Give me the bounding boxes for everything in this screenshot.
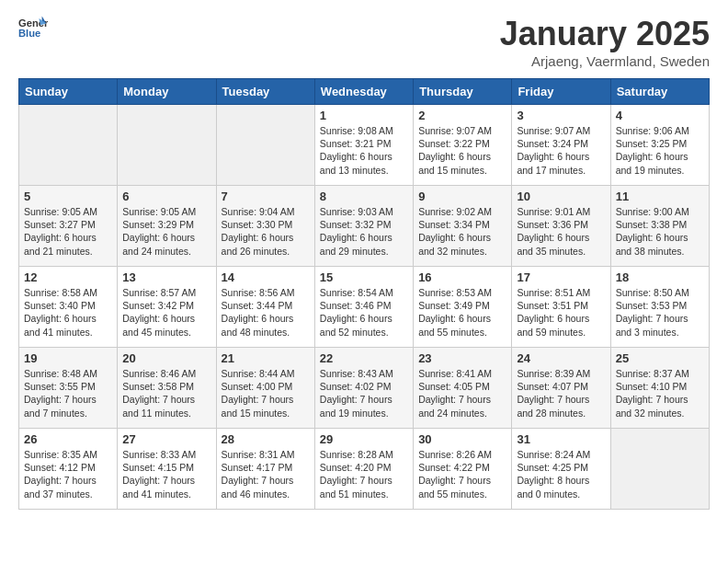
calendar-week-row: 26Sunrise: 8:35 AM Sunset: 4:12 PM Dayli… bbox=[19, 429, 710, 510]
day-info: Sunrise: 8:51 AM Sunset: 3:51 PM Dayligh… bbox=[517, 286, 605, 339]
day-number: 8 bbox=[320, 190, 408, 203]
header-monday: Monday bbox=[118, 79, 216, 105]
header-thursday: Thursday bbox=[414, 79, 512, 105]
table-row: 12Sunrise: 8:58 AM Sunset: 3:40 PM Dayli… bbox=[19, 267, 118, 348]
table-row: 27Sunrise: 8:33 AM Sunset: 4:15 PM Dayli… bbox=[118, 429, 216, 510]
day-number: 17 bbox=[517, 270, 605, 284]
table-row: 26Sunrise: 8:35 AM Sunset: 4:12 PM Dayli… bbox=[19, 429, 118, 510]
day-number: 6 bbox=[122, 190, 210, 203]
day-info: Sunrise: 8:39 AM Sunset: 4:07 PM Dayligh… bbox=[517, 367, 605, 419]
day-info: Sunrise: 8:44 AM Sunset: 4:00 PM Dayligh… bbox=[222, 367, 310, 419]
day-info: Sunrise: 9:07 AM Sunset: 3:22 PM Dayligh… bbox=[418, 124, 506, 177]
day-info: Sunrise: 8:28 AM Sunset: 4:20 PM Dayligh… bbox=[320, 448, 408, 500]
day-info: Sunrise: 9:01 AM Sunset: 3:36 PM Dayligh… bbox=[517, 205, 605, 258]
table-row bbox=[610, 429, 709, 510]
day-number: 14 bbox=[222, 270, 310, 284]
table-row: 14Sunrise: 8:56 AM Sunset: 3:44 PM Dayli… bbox=[216, 267, 314, 348]
day-number: 25 bbox=[616, 351, 704, 365]
table-row bbox=[118, 105, 216, 186]
calendar-week-row: 12Sunrise: 8:58 AM Sunset: 3:40 PM Dayli… bbox=[19, 267, 710, 348]
day-number: 11 bbox=[616, 190, 704, 203]
header-saturday: Saturday bbox=[610, 79, 709, 105]
day-info: Sunrise: 9:07 AM Sunset: 3:24 PM Dayligh… bbox=[517, 124, 605, 177]
table-row: 20Sunrise: 8:46 AM Sunset: 3:58 PM Dayli… bbox=[118, 348, 216, 429]
header-wednesday: Wednesday bbox=[314, 79, 413, 105]
table-row: 22Sunrise: 8:43 AM Sunset: 4:02 PM Dayli… bbox=[314, 348, 413, 429]
day-info: Sunrise: 8:33 AM Sunset: 4:15 PM Dayligh… bbox=[122, 448, 210, 500]
calendar-header-row: Sunday Monday Tuesday Wednesday Thursday… bbox=[19, 79, 710, 105]
day-number: 12 bbox=[24, 270, 112, 284]
day-number: 16 bbox=[418, 270, 506, 284]
table-row: 30Sunrise: 8:26 AM Sunset: 4:22 PM Dayli… bbox=[414, 429, 512, 510]
day-info: Sunrise: 8:56 AM Sunset: 3:44 PM Dayligh… bbox=[222, 286, 310, 339]
calendar-title: January 2025 bbox=[500, 15, 710, 53]
day-info: Sunrise: 8:35 AM Sunset: 4:12 PM Dayligh… bbox=[24, 448, 112, 500]
day-number: 19 bbox=[24, 351, 112, 365]
day-info: Sunrise: 9:05 AM Sunset: 3:29 PM Dayligh… bbox=[122, 205, 210, 258]
calendar-table: Sunday Monday Tuesday Wednesday Thursday… bbox=[18, 78, 710, 510]
day-number: 13 bbox=[122, 270, 210, 284]
day-number: 5 bbox=[24, 190, 112, 203]
logo: General Blue bbox=[18, 15, 48, 44]
day-number: 27 bbox=[122, 432, 210, 446]
day-info: Sunrise: 9:02 AM Sunset: 3:34 PM Dayligh… bbox=[418, 205, 506, 258]
day-number: 4 bbox=[616, 109, 704, 122]
day-info: Sunrise: 8:26 AM Sunset: 4:22 PM Dayligh… bbox=[418, 448, 506, 500]
day-number: 23 bbox=[418, 351, 506, 365]
table-row: 1Sunrise: 9:08 AM Sunset: 3:21 PM Daylig… bbox=[314, 105, 413, 186]
day-info: Sunrise: 8:50 AM Sunset: 3:53 PM Dayligh… bbox=[616, 286, 704, 339]
day-info: Sunrise: 8:43 AM Sunset: 4:02 PM Dayligh… bbox=[320, 367, 408, 419]
header-tuesday: Tuesday bbox=[216, 79, 314, 105]
table-row: 23Sunrise: 8:41 AM Sunset: 4:05 PM Dayli… bbox=[414, 348, 512, 429]
table-row: 29Sunrise: 8:28 AM Sunset: 4:20 PM Dayli… bbox=[314, 429, 413, 510]
calendar-subtitle: Arjaeng, Vaermland, Sweden bbox=[500, 53, 710, 69]
title-block: January 2025 Arjaeng, Vaermland, Sweden bbox=[500, 15, 710, 69]
day-info: Sunrise: 8:41 AM Sunset: 4:05 PM Dayligh… bbox=[418, 367, 506, 419]
day-number: 3 bbox=[517, 109, 605, 122]
day-info: Sunrise: 9:08 AM Sunset: 3:21 PM Dayligh… bbox=[320, 124, 408, 177]
table-row: 28Sunrise: 8:31 AM Sunset: 4:17 PM Dayli… bbox=[216, 429, 314, 510]
table-row: 4Sunrise: 9:06 AM Sunset: 3:25 PM Daylig… bbox=[610, 105, 709, 186]
table-row: 13Sunrise: 8:57 AM Sunset: 3:42 PM Dayli… bbox=[118, 267, 216, 348]
table-row: 8Sunrise: 9:03 AM Sunset: 3:32 PM Daylig… bbox=[314, 186, 413, 267]
day-info: Sunrise: 9:06 AM Sunset: 3:25 PM Dayligh… bbox=[616, 124, 704, 177]
table-row: 25Sunrise: 8:37 AM Sunset: 4:10 PM Dayli… bbox=[610, 348, 709, 429]
table-row: 10Sunrise: 9:01 AM Sunset: 3:36 PM Dayli… bbox=[512, 186, 610, 267]
day-number: 7 bbox=[222, 190, 310, 203]
day-number: 9 bbox=[418, 190, 506, 203]
day-info: Sunrise: 9:04 AM Sunset: 3:30 PM Dayligh… bbox=[222, 205, 310, 258]
day-number: 24 bbox=[517, 351, 605, 365]
day-info: Sunrise: 8:58 AM Sunset: 3:40 PM Dayligh… bbox=[24, 286, 112, 339]
table-row bbox=[19, 105, 118, 186]
day-number: 10 bbox=[517, 190, 605, 203]
logo-icon: General Blue bbox=[18, 15, 48, 44]
day-number: 21 bbox=[222, 351, 310, 365]
header-sunday: Sunday bbox=[19, 79, 118, 105]
day-info: Sunrise: 9:00 AM Sunset: 3:38 PM Dayligh… bbox=[616, 205, 704, 258]
day-number: 29 bbox=[320, 432, 408, 446]
day-info: Sunrise: 8:48 AM Sunset: 3:55 PM Dayligh… bbox=[24, 367, 112, 419]
day-number: 26 bbox=[24, 432, 112, 446]
table-row: 11Sunrise: 9:00 AM Sunset: 3:38 PM Dayli… bbox=[610, 186, 709, 267]
day-number: 18 bbox=[616, 270, 704, 284]
day-info: Sunrise: 9:05 AM Sunset: 3:27 PM Dayligh… bbox=[24, 205, 112, 258]
table-row: 31Sunrise: 8:24 AM Sunset: 4:25 PM Dayli… bbox=[512, 429, 610, 510]
table-row: 2Sunrise: 9:07 AM Sunset: 3:22 PM Daylig… bbox=[414, 105, 512, 186]
table-row: 17Sunrise: 8:51 AM Sunset: 3:51 PM Dayli… bbox=[512, 267, 610, 348]
day-info: Sunrise: 8:54 AM Sunset: 3:46 PM Dayligh… bbox=[320, 286, 408, 339]
table-row: 7Sunrise: 9:04 AM Sunset: 3:30 PM Daylig… bbox=[216, 186, 314, 267]
day-number: 2 bbox=[418, 109, 506, 122]
day-info: Sunrise: 8:53 AM Sunset: 3:49 PM Dayligh… bbox=[418, 286, 506, 339]
calendar-week-row: 19Sunrise: 8:48 AM Sunset: 3:55 PM Dayli… bbox=[19, 348, 710, 429]
day-info: Sunrise: 8:24 AM Sunset: 4:25 PM Dayligh… bbox=[517, 448, 605, 500]
day-info: Sunrise: 8:31 AM Sunset: 4:17 PM Dayligh… bbox=[222, 448, 310, 500]
page-header: General Blue January 2025 Arjaeng, Vaerm… bbox=[18, 15, 710, 69]
day-number: 20 bbox=[122, 351, 210, 365]
table-row: 18Sunrise: 8:50 AM Sunset: 3:53 PM Dayli… bbox=[610, 267, 709, 348]
table-row: 16Sunrise: 8:53 AM Sunset: 3:49 PM Dayli… bbox=[414, 267, 512, 348]
day-number: 1 bbox=[320, 109, 408, 122]
table-row: 5Sunrise: 9:05 AM Sunset: 3:27 PM Daylig… bbox=[19, 186, 118, 267]
table-row: 24Sunrise: 8:39 AM Sunset: 4:07 PM Dayli… bbox=[512, 348, 610, 429]
svg-text:Blue: Blue bbox=[18, 28, 40, 39]
table-row: 6Sunrise: 9:05 AM Sunset: 3:29 PM Daylig… bbox=[118, 186, 216, 267]
